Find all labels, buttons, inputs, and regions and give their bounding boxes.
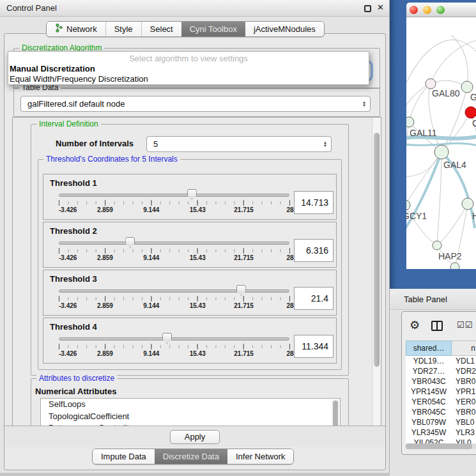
application-root: GAL80GACGAL11GAL4GCY1HHAP2 Table Panel ⚙… [0, 0, 476, 476]
list-scrollbar [332, 399, 339, 427]
threshold-item-4: Threshold 4-3.4262.8599.14415.4321.71528… [43, 318, 337, 364]
tick-label: 2.859 [97, 206, 113, 213]
network-edge[interactable] [409, 84, 431, 122]
slider-tick-labels: -3.4262.8599.14415.4321.71528 [59, 254, 290, 262]
table-row[interactable]: YPR145WYPR1 [406, 387, 476, 397]
apply-button[interactable]: Apply [170, 430, 220, 444]
network-edge[interactable] [406, 153, 441, 234]
network-edge[interactable] [441, 112, 471, 152]
minimize-traffic-light-icon[interactable] [423, 6, 431, 14]
network-node-gal11[interactable] [406, 117, 414, 127]
tick-label: -3.426 [59, 206, 77, 213]
threshold-value-field[interactable]: 6.316 [294, 239, 334, 262]
table-panel: ⚙ ☑☑ shared… n YDL19…YDL1YDR27…YDR2YBR04… [401, 311, 476, 455]
number-of-intervals-select[interactable]: 5 ▲▼ [146, 136, 332, 152]
threshold-value-field[interactable]: 11.344 [294, 335, 334, 358]
network-node-c[interactable] [465, 107, 476, 118]
network-window-titlebar[interactable] [406, 3, 476, 17]
table-data-select[interactable]: galFiltered.sif default node ▲▼ [20, 96, 371, 112]
horizontal-scrollbar-thumb[interactable] [406, 443, 472, 449]
cell-shared-name: YBR043C [406, 376, 452, 387]
cell-name: YDR2 [452, 366, 476, 376]
network-node-h[interactable] [462, 198, 473, 210]
split-columns-icon[interactable] [431, 321, 443, 331]
tab-jactivemnodules[interactable]: jActiveMNodules [245, 22, 324, 36]
slider-track[interactable] [59, 289, 289, 293]
threshold-value-field[interactable]: 14.713 [294, 191, 334, 214]
slider-tick-labels: -3.4262.8599.14415.4321.71528 [59, 206, 290, 214]
tab-label: Select [150, 24, 173, 34]
network-edge[interactable] [431, 40, 476, 84]
zoom-traffic-light-icon[interactable] [436, 6, 445, 14]
checked-checkboxes-icon[interactable]: ☑☑ [457, 320, 473, 330]
table-row[interactable]: YBR043CYBR0 [406, 376, 476, 387]
slider-tick-labels: -3.4262.8599.14415.4321.71528 [59, 350, 290, 358]
tick-label: 9.144 [143, 206, 159, 213]
tab-cyni-toolbox[interactable]: Cyni Toolbox [181, 22, 245, 36]
network-node-gal80[interactable] [426, 79, 436, 89]
algorithm-prompt-item: Select algorithm to view settings [8, 54, 369, 64]
slider-track[interactable] [59, 337, 289, 341]
table-row[interactable]: YBL079WYBL0 [406, 417, 476, 427]
table-row[interactable]: YLR345WYLR3 [406, 427, 476, 438]
tab-select[interactable]: Select [141, 22, 181, 36]
combo-spinner-icon: ▲▼ [323, 141, 327, 148]
tick-label: 2.859 [97, 302, 113, 309]
close-traffic-light-icon[interactable] [410, 6, 418, 14]
vertical-scrollbar-thumb[interactable] [374, 133, 380, 367]
threshold-item-1: Threshold 1-3.4262.8599.14415.4321.71528… [43, 174, 337, 220]
table-row[interactable]: YBR045CYBR0 [406, 407, 476, 417]
cell-shared-name: YBR045C [406, 407, 452, 417]
threshold-value-field[interactable]: 21.4 [294, 287, 334, 310]
tab-label: Network [66, 24, 97, 34]
network-edge[interactable] [406, 122, 409, 205]
column-header-shared-name[interactable]: shared… [406, 341, 452, 356]
network-node-gcy1[interactable] [406, 200, 410, 210]
list-scrollbar-thumb[interactable] [333, 401, 338, 427]
column-header-name[interactable]: n [452, 341, 476, 356]
settings-scrollpane: Interval Definition Number of Intervals … [12, 117, 381, 427]
network-node-ga[interactable] [461, 81, 473, 93]
network-node-hap2[interactable] [433, 241, 441, 250]
slider-thumb[interactable] [236, 285, 246, 296]
float-window-icon[interactable] [364, 5, 371, 12]
slider-thumb[interactable] [162, 333, 172, 344]
table-row[interactable]: YDL19…YDL1 [406, 356, 476, 366]
menu-item-manual-discretization[interactable]: Manual Discretization [8, 64, 369, 74]
slider-thumb[interactable] [125, 237, 135, 248]
attribute-item-topologicalcoefficient[interactable]: TopologicalCoefficient [41, 411, 340, 423]
node-label: HAP2 [438, 251, 462, 261]
threshold-item-2: Threshold 2-3.4262.8599.14415.4321.71528… [43, 222, 337, 268]
slider-track[interactable] [59, 194, 289, 197]
network-edge[interactable] [437, 152, 441, 245]
table-row[interactable]: YDR27…YDR2 [406, 366, 476, 376]
tick-label: 21.715 [234, 254, 254, 261]
tab-infer-network[interactable]: Infer Network [227, 449, 293, 464]
network-edge[interactable] [437, 204, 468, 245]
network-icon [55, 24, 63, 35]
cell-name: YDL1 [452, 356, 476, 366]
attribute-item-selfloops[interactable]: SelfLoops [41, 399, 340, 411]
slider-thumb[interactable] [187, 189, 197, 200]
cell-name: YBL0 [452, 417, 476, 427]
top-tab-bar: NetworkStyleSelectCyni ToolboxjActiveMNo… [46, 21, 325, 37]
menu-item-equal-width-frequency-discretization[interactable]: Equal Width/Frequency Discretization [8, 74, 369, 84]
cell-shared-name: YER054C [406, 397, 452, 407]
tab-label: Infer Network [236, 452, 285, 461]
cell-shared-name: YDL19… [406, 356, 452, 366]
table-row[interactable]: YER054CYER0 [406, 397, 476, 407]
network-node-gal4[interactable] [434, 145, 449, 159]
tab-network[interactable]: Network [47, 22, 105, 36]
close-icon[interactable]: ✕ [377, 3, 384, 12]
cell-shared-name: YBL079W [406, 417, 452, 427]
tab-label: Style [114, 24, 133, 34]
network-node[interactable] [450, 263, 459, 269]
threshold-label: Threshold 4 [50, 322, 97, 332]
slider-track[interactable] [59, 242, 289, 245]
tab-style[interactable]: Style [105, 22, 141, 36]
gear-icon[interactable]: ⚙ [410, 319, 420, 331]
tab-discretize-data[interactable]: Discretize Data [155, 449, 227, 464]
tab-impute-data[interactable]: Impute Data [93, 449, 155, 464]
network-canvas[interactable]: GAL80GACGAL11GAL4GCY1HHAP2 [406, 17, 476, 269]
table-body: YDL19…YDL1YDR27…YDR2YBR043CYBR0YPR145WYP… [406, 356, 476, 444]
